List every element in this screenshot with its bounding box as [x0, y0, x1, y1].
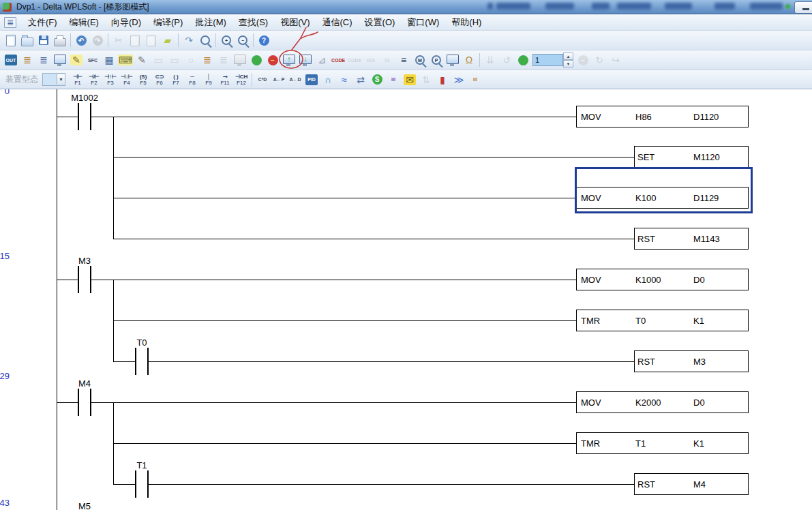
open-file-button[interactable] — [19, 32, 35, 48]
wizard-temperature-button[interactable]: ▮ — [434, 72, 451, 88]
monitor-mode-icon — [54, 55, 66, 64]
wizard-device-button[interactable]: A←D — [287, 72, 303, 88]
step-spinner[interactable]: 1▲▼ — [532, 52, 573, 68]
menu-communication[interactable]: 通信(C) — [316, 15, 359, 30]
instruction-view-button[interactable]: ≣ — [35, 52, 52, 68]
new-file-button[interactable] — [3, 32, 19, 48]
wizard-api-button[interactable]: A←P — [271, 72, 287, 88]
spinner-down-button[interactable]: ▼ — [563, 60, 573, 68]
contact-m1002[interactable] — [71, 102, 98, 132]
operand-1: T1 — [635, 438, 646, 449]
monitor-mode-button[interactable] — [52, 52, 68, 68]
instruction-table-button[interactable]: ▦ — [101, 52, 117, 68]
instruction-rst-m4[interactable]: RSTM4 — [634, 473, 749, 495]
contact-falling-button[interactable]: ⊣↓⊢F4 — [119, 74, 135, 86]
zoom-in-button[interactable]: + — [218, 32, 235, 48]
instruction-tmr-t1-k1[interactable]: TMRT1K1 — [576, 432, 749, 454]
instruction-mov-k2000-d0[interactable]: MOVK2000D0 — [576, 391, 749, 413]
zoom-out-button[interactable]: − — [235, 32, 251, 48]
print-button[interactable] — [52, 32, 68, 48]
instruction-rst-m1143[interactable]: RSTM1143 — [634, 228, 749, 250]
wizard-flow-button[interactable]: ≫ — [451, 72, 467, 88]
coil-set-button[interactable]: (S)F5 — [135, 74, 151, 86]
stop-button[interactable]: − — [265, 52, 281, 68]
erase-button[interactable]: ▰ — [160, 32, 176, 48]
compare-contact-button[interactable]: ⊣CHF12 — [233, 74, 250, 86]
find-ip-button[interactable]: P — [428, 52, 445, 68]
menu-window[interactable]: 窗口(W) — [401, 15, 445, 30]
wizard-counter-button[interactable]: III — [467, 72, 483, 88]
menu-help[interactable]: 帮助(H) — [445, 15, 487, 30]
contact-nc-button[interactable]: ⊣/⊢F2 — [86, 74, 102, 86]
ladder-monitor-button: ≣ — [215, 52, 232, 68]
communication-setting-button[interactable]: ⊿ — [314, 52, 330, 68]
network-monitor-button[interactable] — [445, 52, 461, 68]
online-edit-button[interactable]: Ω — [461, 52, 477, 68]
inverse-logic-button[interactable]: ⊸F11 — [217, 74, 233, 86]
contact-t0[interactable] — [128, 346, 155, 376]
application-instruction-button[interactable]: ( )F7 — [168, 74, 184, 86]
device-type-combobox[interactable]: ▼ — [42, 73, 65, 86]
contact-m4[interactable] — [71, 387, 98, 417]
save-file-button[interactable] — [35, 32, 52, 48]
horizontal-line-button[interactable]: ─F8 — [184, 74, 200, 86]
menu-comment[interactable]: 批注(M) — [189, 15, 232, 30]
web-button[interactable] — [515, 52, 531, 68]
find-device-button[interactable]: M — [412, 52, 428, 68]
spinner-up-button[interactable]: ▲ — [563, 52, 573, 60]
wizard-temperature-icon: ▮ — [436, 74, 449, 85]
menu-file[interactable]: 文件(F) — [22, 15, 63, 30]
contact-t1[interactable] — [128, 469, 155, 499]
help-button[interactable]: ? — [256, 32, 272, 48]
instruction-tmr-t0-k1[interactable]: TMRT0K1 — [576, 310, 749, 331]
wizard-email-button[interactable]: ✉ — [402, 72, 418, 88]
operand-1: M1143 — [693, 234, 720, 244]
ladder-to-code-button[interactable]: CODE — [330, 52, 346, 68]
wizard-pid-button[interactable]: PID — [303, 72, 320, 88]
fkey-label: F2 — [86, 80, 102, 86]
instruction-mov-k1000-d0[interactable]: MOVK1000D0 — [576, 269, 749, 290]
contact-rising-button[interactable]: ⊣↑⊢F3 — [102, 74, 119, 86]
minimize-button[interactable] — [794, 1, 812, 14]
output-coil-button[interactable]: ⊂⊃F6 — [151, 74, 168, 86]
menu-wizard[interactable]: 向导(D) — [105, 15, 147, 30]
simulator-button[interactable] — [248, 52, 265, 68]
contact-m3[interactable] — [71, 265, 98, 295]
instruction-rst-m3[interactable]: RSTM3 — [634, 350, 749, 372]
menu-view[interactable]: 视图(V) — [274, 15, 316, 30]
ladder-view-button[interactable]: ≣ — [19, 52, 35, 68]
wizard-crossref-button[interactable]: C*D — [254, 72, 271, 88]
ladder-out-icon: OUT — [5, 55, 17, 65]
fkey-label: F6 — [151, 80, 168, 86]
ladder-out-button[interactable]: OUT — [3, 52, 19, 68]
menu-edit[interactable]: 编辑(E) — [63, 15, 105, 30]
wizard-position-button[interactable]: ∩ — [320, 72, 336, 88]
monitor-list-button[interactable]: ≡ — [395, 52, 412, 68]
wizard-shift-button[interactable]: ⇄ — [352, 72, 369, 88]
ladder-comment-button[interactable]: ≣ — [199, 52, 215, 68]
vertical-line-button[interactable]: │F9 — [200, 74, 217, 86]
ladder-window-icon[interactable]: ≣ — [4, 17, 16, 28]
edit-mode-button[interactable]: ✎ — [68, 52, 85, 68]
wizard-ram-button[interactable]: III — [385, 72, 402, 88]
wizard-wave-button[interactable]: ≈ — [336, 72, 352, 88]
contact-no-button[interactable]: ⊣⊢F1 — [70, 74, 86, 86]
instruction-mov-h86-d1120[interactable]: MOVH86D1120 — [576, 106, 749, 127]
soft-keypad-button[interactable]: ⌨ — [117, 52, 134, 68]
find-button[interactable] — [197, 32, 213, 48]
menu-compile[interactable]: 编译(P) — [147, 15, 189, 30]
upload-from-plc-button[interactable]: ↓ — [297, 52, 314, 68]
step-spinner-value[interactable]: 1 — [532, 54, 563, 66]
instruction-set-m1120[interactable]: SETM1120 — [634, 146, 749, 168]
monitor-list-icon: ≡ — [397, 55, 410, 65]
menu-options[interactable]: 设置(O) — [359, 15, 402, 30]
instruction-table-icon: ▦ — [103, 55, 115, 65]
sfc-view-button[interactable]: SFC — [85, 52, 101, 68]
wizard-speed-button[interactable]: S — [369, 72, 385, 88]
pen-button[interactable]: ✎ — [134, 52, 150, 68]
menu-search[interactable]: 查找(S) — [232, 15, 274, 30]
opcode: MOV — [581, 112, 601, 122]
undo-button[interactable]: ↶ — [73, 32, 89, 48]
trace-button[interactable]: ↷ — [181, 32, 197, 48]
download-to-plc-button[interactable]: ↑ — [281, 52, 297, 68]
